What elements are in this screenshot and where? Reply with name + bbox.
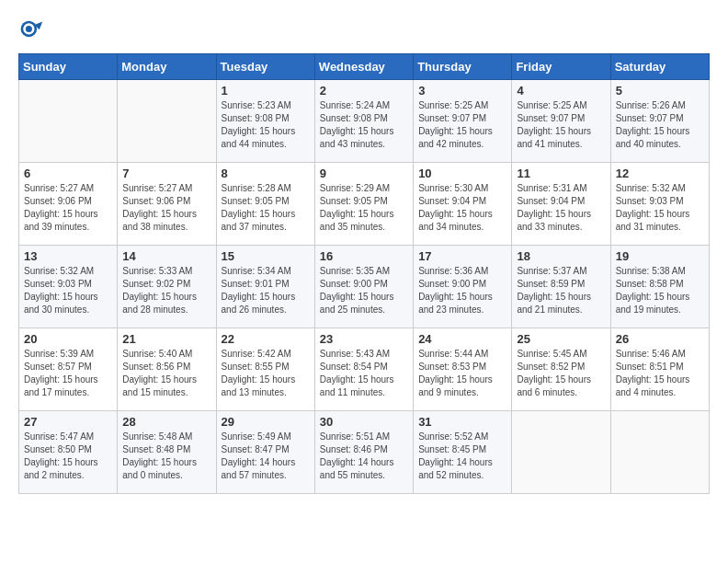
day-number: 25	[517, 332, 605, 346]
day-number: 13	[24, 249, 112, 263]
calendar-cell	[19, 80, 118, 163]
day-number: 15	[222, 249, 310, 263]
calendar-cell: 4Sunrise: 5:25 AMSunset: 9:07 PMDaylight…	[512, 80, 610, 163]
day-detail: Sunrise: 5:40 AMSunset: 8:56 PMDaylight:…	[122, 348, 210, 399]
day-number: 20	[24, 332, 112, 346]
day-number: 2	[320, 84, 408, 98]
calendar-cell: 1Sunrise: 5:23 AMSunset: 9:08 PMDaylight…	[216, 80, 314, 163]
calendar-cell: 26Sunrise: 5:46 AMSunset: 8:51 PMDayligh…	[610, 328, 709, 411]
calendar-cell: 8Sunrise: 5:28 AMSunset: 9:05 PMDaylight…	[216, 163, 314, 246]
weekday-header-friday: Friday	[512, 54, 610, 80]
day-detail: Sunrise: 5:38 AMSunset: 8:58 PMDaylight:…	[616, 265, 704, 316]
week-row-4: 20Sunrise: 5:39 AMSunset: 8:57 PMDayligh…	[19, 328, 710, 411]
calendar-cell: 12Sunrise: 5:32 AMSunset: 9:03 PMDayligh…	[610, 163, 709, 246]
day-number: 22	[222, 332, 310, 346]
day-detail: Sunrise: 5:34 AMSunset: 9:01 PMDaylight:…	[222, 265, 310, 316]
day-number: 11	[517, 167, 605, 180]
calendar-cell: 19Sunrise: 5:38 AMSunset: 8:58 PMDayligh…	[610, 246, 709, 328]
week-row-1: 1Sunrise: 5:23 AMSunset: 9:08 PMDaylight…	[19, 80, 710, 163]
svg-point-2	[26, 26, 32, 32]
day-detail: Sunrise: 5:42 AMSunset: 8:55 PMDaylight:…	[222, 348, 310, 399]
day-detail: Sunrise: 5:27 AMSunset: 9:06 PMDaylight:…	[122, 182, 210, 234]
calendar-cell: 29Sunrise: 5:49 AMSunset: 8:47 PMDayligh…	[216, 411, 314, 494]
day-detail: Sunrise: 5:29 AMSunset: 9:05 PMDaylight:…	[320, 182, 408, 234]
calendar-cell: 6Sunrise: 5:27 AMSunset: 9:06 PMDaylight…	[19, 163, 118, 246]
calendar-cell: 30Sunrise: 5:51 AMSunset: 8:46 PMDayligh…	[314, 411, 413, 494]
day-detail: Sunrise: 5:39 AMSunset: 8:57 PMDaylight:…	[24, 348, 112, 399]
calendar-cell: 22Sunrise: 5:42 AMSunset: 8:55 PMDayligh…	[216, 328, 314, 411]
day-detail: Sunrise: 5:49 AMSunset: 8:47 PMDaylight:…	[222, 431, 310, 482]
calendar-cell: 16Sunrise: 5:35 AMSunset: 9:00 PMDayligh…	[314, 246, 413, 328]
logo	[18, 18, 48, 44]
calendar-cell: 15Sunrise: 5:34 AMSunset: 9:01 PMDayligh…	[216, 246, 314, 328]
calendar-cell	[610, 411, 709, 494]
day-detail: Sunrise: 5:37 AMSunset: 8:59 PMDaylight:…	[517, 265, 605, 316]
weekday-header-wednesday: Wednesday	[314, 54, 413, 80]
day-number: 23	[320, 332, 408, 346]
calendar-cell: 17Sunrise: 5:36 AMSunset: 9:00 PMDayligh…	[414, 246, 512, 328]
weekday-header-tuesday: Tuesday	[216, 54, 314, 80]
day-number: 18	[517, 249, 605, 263]
day-number: 12	[616, 167, 704, 180]
day-detail: Sunrise: 5:27 AMSunset: 9:06 PMDaylight:…	[24, 182, 112, 234]
day-number: 17	[418, 249, 506, 263]
day-detail: Sunrise: 5:30 AMSunset: 9:04 PMDaylight:…	[418, 182, 506, 234]
weekday-header-sunday: Sunday	[19, 54, 118, 80]
week-row-3: 13Sunrise: 5:32 AMSunset: 9:03 PMDayligh…	[19, 246, 710, 328]
calendar-cell: 20Sunrise: 5:39 AMSunset: 8:57 PMDayligh…	[19, 328, 118, 411]
day-number: 29	[222, 415, 310, 429]
day-number: 8	[222, 167, 310, 180]
day-number: 1	[222, 84, 310, 98]
day-number: 30	[320, 415, 408, 429]
calendar-cell: 21Sunrise: 5:40 AMSunset: 8:56 PMDayligh…	[118, 328, 216, 411]
day-detail: Sunrise: 5:32 AMSunset: 9:03 PMDaylight:…	[24, 265, 112, 316]
day-detail: Sunrise: 5:45 AMSunset: 8:52 PMDaylight:…	[517, 348, 605, 399]
day-detail: Sunrise: 5:32 AMSunset: 9:03 PMDaylight:…	[616, 182, 704, 234]
calendar-cell: 25Sunrise: 5:45 AMSunset: 8:52 PMDayligh…	[512, 328, 610, 411]
calendar-cell: 27Sunrise: 5:47 AMSunset: 8:50 PMDayligh…	[19, 411, 118, 494]
day-detail: Sunrise: 5:26 AMSunset: 9:07 PMDaylight:…	[616, 99, 704, 151]
day-detail: Sunrise: 5:51 AMSunset: 8:46 PMDaylight:…	[320, 431, 408, 482]
day-number: 21	[122, 332, 210, 346]
week-row-2: 6Sunrise: 5:27 AMSunset: 9:06 PMDaylight…	[19, 163, 710, 246]
day-detail: Sunrise: 5:25 AMSunset: 9:07 PMDaylight:…	[517, 99, 605, 151]
weekday-header-thursday: Thursday	[414, 54, 512, 80]
day-detail: Sunrise: 5:44 AMSunset: 8:53 PMDaylight:…	[418, 348, 506, 399]
day-detail: Sunrise: 5:47 AMSunset: 8:50 PMDaylight:…	[24, 431, 112, 482]
day-number: 4	[517, 84, 605, 98]
day-number: 26	[616, 332, 704, 346]
day-number: 7	[122, 167, 210, 180]
calendar-cell: 13Sunrise: 5:32 AMSunset: 9:03 PMDayligh…	[19, 246, 118, 328]
day-detail: Sunrise: 5:48 AMSunset: 8:48 PMDaylight:…	[122, 431, 210, 482]
day-detail: Sunrise: 5:43 AMSunset: 8:54 PMDaylight:…	[320, 348, 408, 399]
day-number: 5	[616, 84, 704, 98]
calendar: SundayMondayTuesdayWednesdayThursdayFrid…	[18, 53, 710, 494]
day-number: 3	[418, 84, 506, 98]
calendar-cell: 2Sunrise: 5:24 AMSunset: 9:08 PMDaylight…	[314, 80, 413, 163]
day-number: 27	[24, 415, 112, 429]
weekday-header-monday: Monday	[118, 54, 216, 80]
calendar-cell: 10Sunrise: 5:30 AMSunset: 9:04 PMDayligh…	[414, 163, 512, 246]
weekday-header-saturday: Saturday	[610, 54, 709, 80]
day-number: 16	[320, 249, 408, 263]
calendar-cell	[512, 411, 610, 494]
day-number: 31	[418, 415, 506, 429]
day-number: 28	[122, 415, 210, 429]
day-detail: Sunrise: 5:24 AMSunset: 9:08 PMDaylight:…	[320, 99, 408, 151]
day-detail: Sunrise: 5:31 AMSunset: 9:04 PMDaylight:…	[517, 182, 605, 234]
calendar-cell: 18Sunrise: 5:37 AMSunset: 8:59 PMDayligh…	[512, 246, 610, 328]
day-detail: Sunrise: 5:28 AMSunset: 9:05 PMDaylight:…	[222, 182, 310, 234]
day-number: 9	[320, 167, 408, 180]
day-detail: Sunrise: 5:33 AMSunset: 9:02 PMDaylight:…	[122, 265, 210, 316]
calendar-cell: 5Sunrise: 5:26 AMSunset: 9:07 PMDaylight…	[610, 80, 709, 163]
calendar-cell	[118, 80, 216, 163]
calendar-cell: 11Sunrise: 5:31 AMSunset: 9:04 PMDayligh…	[512, 163, 610, 246]
day-detail: Sunrise: 5:25 AMSunset: 9:07 PMDaylight:…	[418, 99, 506, 151]
day-detail: Sunrise: 5:23 AMSunset: 9:08 PMDaylight:…	[222, 99, 310, 151]
calendar-cell: 3Sunrise: 5:25 AMSunset: 9:07 PMDaylight…	[414, 80, 512, 163]
day-detail: Sunrise: 5:36 AMSunset: 9:00 PMDaylight:…	[418, 265, 506, 316]
calendar-cell: 9Sunrise: 5:29 AMSunset: 9:05 PMDaylight…	[314, 163, 413, 246]
day-number: 19	[616, 249, 704, 263]
day-number: 6	[24, 167, 112, 180]
calendar-cell: 7Sunrise: 5:27 AMSunset: 9:06 PMDaylight…	[118, 163, 216, 246]
